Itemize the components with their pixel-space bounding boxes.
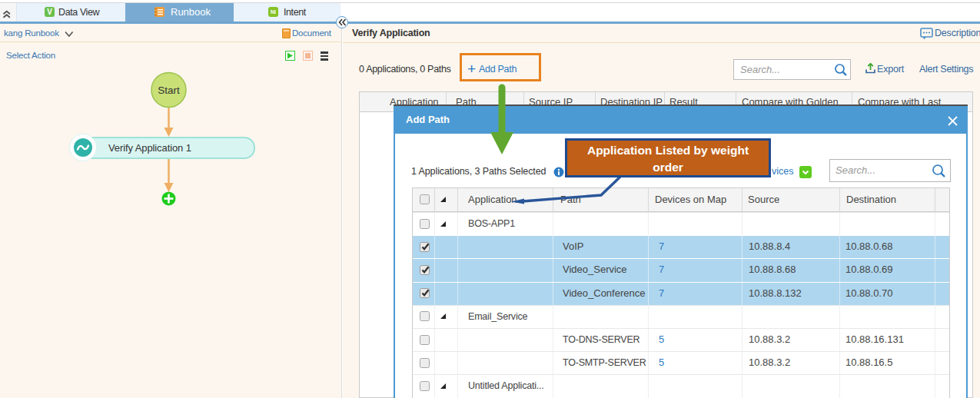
svg-text:Verify Application 1: Verify Application 1 [108, 142, 191, 154]
svg-text:Start: Start [158, 85, 180, 96]
